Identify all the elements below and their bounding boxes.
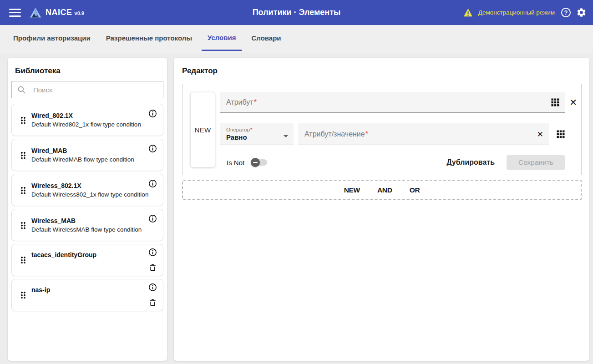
search-icon bbox=[17, 86, 26, 94]
library-title: Библиотека bbox=[8, 58, 167, 81]
add-new-button[interactable]: NEW bbox=[344, 186, 360, 194]
demo-mode-badge: Демонстрационный режим bbox=[478, 9, 555, 16]
delete-icon[interactable] bbox=[148, 263, 157, 272]
is-not-toggle[interactable] bbox=[251, 158, 267, 167]
app-version: v0.9 bbox=[75, 10, 84, 16]
library-item-nas-ip[interactable]: nas-ip bbox=[11, 279, 163, 311]
is-not-label: Is Not bbox=[227, 159, 244, 167]
app-logo-icon bbox=[29, 7, 42, 19]
condition-status-badge: NEW bbox=[190, 92, 215, 167]
required-mark: * bbox=[254, 98, 257, 106]
add-or-button[interactable]: OR bbox=[410, 186, 420, 194]
operator-value: Равно bbox=[226, 133, 280, 141]
brand: NAICE v0.9 bbox=[46, 8, 84, 17]
editor-panel: Редактор NEW ✕ Атрибут* Оператор* Ра bbox=[174, 58, 589, 361]
app-name: NAICE bbox=[46, 8, 72, 17]
tab-dictionaries[interactable]: Словари bbox=[245, 25, 287, 51]
delete-icon[interactable] bbox=[148, 298, 157, 307]
info-icon[interactable] bbox=[148, 179, 157, 188]
operator-label: Оператор bbox=[226, 127, 250, 132]
library-panel: Библиотека Wired_802.1X Default Wired802… bbox=[8, 58, 167, 361]
info-icon[interactable] bbox=[148, 109, 157, 118]
condition-card: NEW ✕ Атрибут* Оператор* Равно bbox=[182, 84, 582, 175]
help-glyph: ? bbox=[564, 9, 568, 16]
drag-handle-icon[interactable] bbox=[20, 291, 25, 298]
operator-select[interactable]: Оператор* Равно bbox=[220, 123, 294, 145]
library-item-wireless-8021x[interactable]: Wireless_802.1X Default Wireless802_1x f… bbox=[11, 174, 163, 206]
attribute-placeholder: Атрибут bbox=[226, 98, 253, 106]
top-bar: NAICE v0.9 Политики · Элементы Демонстра… bbox=[0, 0, 593, 25]
tab-authorization-profiles[interactable]: Профили авторизации bbox=[7, 25, 96, 51]
library-item-title: Wired_802.1X bbox=[31, 112, 141, 119]
drag-handle-icon[interactable] bbox=[20, 256, 25, 263]
header-actions: Демонстрационный режим ? bbox=[463, 7, 587, 18]
dictionary-grid-icon[interactable] bbox=[551, 98, 559, 106]
library-item-description: Default WirelessMAB flow type condition bbox=[31, 226, 142, 233]
library-item-tacacs-identitygroup[interactable]: tacacs_identityGroup bbox=[11, 244, 163, 276]
help-icon[interactable]: ? bbox=[561, 8, 571, 17]
library-item-wired-8021x[interactable]: Wired_802.1X Default Wired802_1x flow ty… bbox=[11, 104, 163, 136]
tab-conditions[interactable]: Условия bbox=[202, 25, 242, 51]
save-button[interactable]: Сохранить bbox=[507, 155, 565, 170]
required-mark: * bbox=[250, 127, 252, 132]
duplicate-button[interactable]: Дублировать bbox=[446, 158, 495, 167]
info-icon[interactable] bbox=[148, 248, 157, 257]
library-item-title: Wired_MAB bbox=[31, 147, 134, 154]
clear-icon[interactable]: ✕ bbox=[537, 130, 543, 138]
attribute-field[interactable]: Атрибут* bbox=[220, 92, 565, 113]
library-item-title: tacacs_identityGroup bbox=[31, 251, 96, 258]
library-item-wireless-mab[interactable]: Wireless_MAB Default WirelessMAB flow ty… bbox=[11, 209, 163, 241]
info-icon[interactable] bbox=[148, 214, 157, 223]
settings-gear-icon[interactable] bbox=[576, 7, 587, 18]
library-item-title: Wireless_MAB bbox=[31, 217, 142, 224]
app-window: NAICE v0.9 Политики · Элементы Демонстра… bbox=[0, 0, 593, 53]
search-box[interactable] bbox=[11, 81, 163, 98]
library-list: Wired_802.1X Default Wired802_1x flow ty… bbox=[8, 104, 167, 311]
drag-handle-icon[interactable] bbox=[20, 186, 25, 194]
drag-handle-icon[interactable] bbox=[20, 221, 25, 229]
search-input[interactable] bbox=[32, 86, 157, 94]
tab-bar: Профили авторизации Разрешенные протокол… bbox=[0, 25, 593, 53]
add-and-button[interactable]: AND bbox=[377, 186, 392, 194]
library-item-title: Wireless_802.1X bbox=[31, 182, 143, 189]
library-item-wired-mab[interactable]: Wired_MAB Default WiredMAB flow type con… bbox=[11, 139, 163, 171]
drag-handle-icon[interactable] bbox=[20, 116, 25, 124]
chevron-down-icon bbox=[284, 135, 288, 137]
value-placeholder: Атрибут/значение bbox=[304, 130, 365, 138]
hamburger-menu-icon[interactable] bbox=[9, 9, 21, 17]
drag-handle-icon[interactable] bbox=[20, 151, 25, 159]
dictionary-grid-icon[interactable] bbox=[557, 130, 565, 138]
library-item-title: nas-ip bbox=[31, 286, 50, 293]
info-icon[interactable] bbox=[148, 283, 157, 292]
editor-title: Редактор bbox=[174, 58, 589, 81]
warning-icon bbox=[463, 8, 473, 17]
tab-allowed-protocols[interactable]: Разрешенные протоколы bbox=[100, 25, 198, 51]
add-condition-dropzone: NEW AND OR bbox=[182, 180, 582, 200]
required-mark: * bbox=[365, 130, 368, 138]
library-item-description: Default WiredMAB flow type condition bbox=[31, 156, 134, 163]
library-item-description: Default Wired802_1x flow type condition bbox=[31, 121, 141, 128]
info-icon[interactable] bbox=[148, 144, 157, 153]
library-item-description: Default Wireless802_1x flow type conditi… bbox=[31, 191, 143, 198]
value-field[interactable]: Атрибут/значение* ✕ bbox=[298, 123, 549, 145]
